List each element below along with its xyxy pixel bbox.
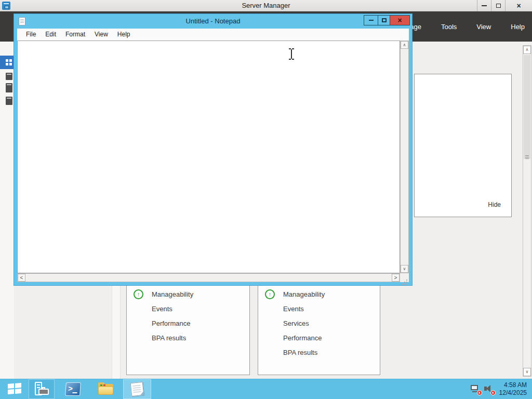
menu-help[interactable]: Help (511, 23, 525, 31)
volume-muted-icon[interactable]: x (484, 384, 494, 394)
server-manager-title: Server Manager (0, 0, 532, 11)
close-icon: × (516, 2, 521, 9)
notepad-title: Untitled - Notepad (14, 14, 412, 29)
scrollbar-thumb[interactable] (524, 55, 530, 159)
tile-row-manageability[interactable]: ↑ Manageability (127, 289, 249, 299)
error-badge-icon: x (490, 390, 496, 395)
server-manager-icon (34, 382, 49, 396)
network-disconnected-icon[interactable]: x (470, 384, 481, 394)
notepad-client-area: File Edit Format View Help ∧ ∨ < > (17, 29, 409, 282)
tile-row-performance[interactable]: Performance (258, 332, 380, 343)
chevron-down-icon: ∨ (526, 369, 529, 374)
restore-icon (496, 4, 501, 8)
scroll-right-button[interactable]: > (392, 274, 400, 282)
folder-icon (98, 382, 114, 396)
minimize-icon (482, 5, 487, 6)
notepad-window: Untitled - Notepad × File Edit Format Vi… (14, 14, 412, 285)
scroll-up-button[interactable]: ∧ (523, 46, 531, 54)
minimize-button[interactable] (364, 16, 378, 25)
chevron-left-icon: < (20, 275, 23, 281)
ibeam-cursor (288, 48, 295, 60)
notepad-titlebar[interactable]: Untitled - Notepad × (14, 14, 412, 29)
taskbar-file-explorer-button[interactable] (91, 379, 121, 399)
tile-row-events[interactable]: Events (127, 303, 249, 314)
tile-row-bpa-results[interactable]: BPA results (258, 347, 380, 357)
tile-row-services[interactable]: Services (258, 318, 380, 328)
scroll-left-button[interactable]: < (18, 274, 25, 282)
taskbar-clock[interactable]: 4:58 AM 12/4/2025 (499, 381, 527, 397)
server-manager-app-icon (2, 2, 10, 10)
taskbar: > x x 4:58 AM 12/4/2025 (0, 379, 532, 399)
minimize-icon (369, 20, 374, 21)
sidebar-item-selected[interactable] (0, 56, 14, 69)
taskbar-server-manager-button[interactable] (29, 379, 55, 399)
server-manager-window-controls: × (477, 0, 532, 11)
start-button[interactable] (0, 379, 29, 399)
resize-grip[interactable] (400, 273, 409, 282)
server-manager-menu: Manage Tools View Help (397, 11, 525, 42)
sidebar-item-icon[interactable] (6, 73, 12, 80)
restore-button[interactable] (491, 0, 505, 11)
powershell-icon: > (65, 382, 81, 396)
tile-row-bpa-results[interactable]: BPA results (127, 332, 249, 343)
dashboard-icon (6, 59, 12, 65)
menu-tools[interactable]: Tools (441, 23, 457, 31)
sidebar-item-icon[interactable] (6, 97, 12, 105)
scroll-down-button[interactable]: ∨ (401, 265, 408, 273)
vertical-scrollbar[interactable]: ∧ ∨ (523, 45, 531, 377)
server-manager-titlebar[interactable]: Server Manager × (0, 0, 532, 11)
status-up-icon: ↑ (134, 289, 143, 299)
menu-view[interactable]: View (476, 23, 491, 31)
tile-row-manageability[interactable]: ↑ Manageability (258, 289, 380, 299)
close-button[interactable]: × (390, 16, 409, 25)
error-badge-icon: x (477, 390, 482, 395)
scroll-down-button[interactable]: ∨ (523, 368, 531, 376)
sidebar-item-icon[interactable] (6, 83, 12, 92)
close-button[interactable]: × (505, 0, 532, 11)
horizontal-scrollbar[interactable]: < > (17, 273, 400, 282)
chevron-up-icon: ∧ (526, 47, 529, 52)
close-icon: × (397, 17, 402, 24)
windows-logo-icon (8, 383, 21, 395)
chevron-up-icon: ∧ (403, 43, 406, 47)
grip-icon (525, 155, 529, 156)
taskbar-notepad-button[interactable] (123, 379, 151, 399)
notepad-window-controls: × (364, 15, 410, 25)
menu-file[interactable]: File (21, 29, 41, 41)
clock-date: 12/4/2025 (499, 389, 527, 397)
menu-view[interactable]: View (90, 29, 113, 41)
notepad-app-icon (19, 17, 25, 25)
status-up-icon: ↑ (265, 289, 275, 299)
notepad-menubar: File Edit Format View Help (17, 29, 409, 41)
tile-row-performance[interactable]: Performance (127, 318, 249, 328)
welcome-panel: Hide (414, 74, 512, 217)
system-tray: x x 4:58 AM 12/4/2025 (470, 379, 532, 399)
tile-row-events[interactable]: Events (258, 303, 380, 314)
menu-help[interactable]: Help (113, 29, 135, 41)
chevron-down-icon: ∨ (403, 267, 406, 271)
server-manager-sidebar (0, 42, 14, 379)
minimize-button[interactable] (477, 0, 491, 11)
menu-format[interactable]: Format (61, 29, 90, 41)
vertical-scrollbar[interactable]: ∧ ∨ (400, 41, 409, 273)
notepad-textarea[interactable] (17, 41, 400, 273)
notepad-icon (130, 382, 144, 396)
chevron-right-icon: > (394, 275, 397, 281)
hide-link[interactable]: Hide (488, 201, 501, 208)
maximize-button[interactable] (378, 16, 390, 25)
clock-time: 4:58 AM (499, 381, 527, 389)
scroll-up-button[interactable]: ∧ (401, 41, 408, 49)
maximize-icon (382, 18, 387, 22)
taskbar-powershell-button[interactable]: > (58, 379, 87, 399)
menu-edit[interactable]: Edit (41, 29, 61, 41)
